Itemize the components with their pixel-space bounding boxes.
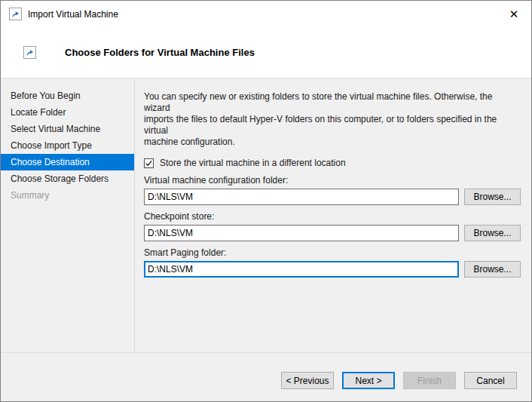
sidebar-item-summary: Summary bbox=[1, 187, 134, 204]
smart-paging-folder-browse-button[interactable]: Browse... bbox=[464, 261, 521, 278]
import-arrow-icon bbox=[23, 46, 36, 59]
description-line: machine configuration. bbox=[144, 137, 521, 148]
smart-paging-folder-group: Smart Paging folder: Browse... bbox=[144, 247, 521, 278]
import-vm-wizard-window: Import Virtual Machine ✕ Choose Folders … bbox=[0, 0, 532, 402]
configuration-folder-group: Virtual machine configuration folder: Br… bbox=[144, 175, 521, 205]
sidebar-item-choose-import-type: Choose Import Type bbox=[1, 137, 134, 154]
configuration-folder-label: Virtual machine configuration folder: bbox=[144, 175, 521, 186]
sidebar-item-before-you-begin: Before You Begin bbox=[1, 87, 134, 104]
wizard-body: Before You Begin Locate Folder Select Vi… bbox=[1, 78, 531, 352]
sidebar-item-locate-folder: Locate Folder bbox=[1, 104, 134, 121]
page-title: Choose Folders for Virtual Machine Files bbox=[65, 47, 255, 58]
import-arrow-icon bbox=[9, 8, 22, 20]
checkmark-icon bbox=[145, 159, 153, 167]
close-icon: ✕ bbox=[509, 8, 519, 21]
next-button[interactable]: Next > bbox=[342, 372, 395, 389]
configuration-folder-browse-button[interactable]: Browse... bbox=[464, 189, 521, 205]
checkpoint-store-input[interactable] bbox=[144, 225, 459, 241]
store-different-location-checkbox[interactable] bbox=[144, 158, 154, 168]
description-line: imports the files to default Hyper-V fol… bbox=[144, 114, 521, 137]
store-different-location-row: Store the virtual machine in a different… bbox=[144, 158, 521, 168]
wizard-footer: < Previous Next > Finish Cancel bbox=[1, 352, 531, 401]
configuration-folder-input[interactable] bbox=[144, 189, 459, 205]
smart-paging-folder-input[interactable] bbox=[144, 261, 459, 278]
checkbox-label[interactable]: Store the virtual machine in a different… bbox=[160, 158, 346, 168]
checkpoint-store-browse-button[interactable]: Browse... bbox=[464, 225, 521, 241]
description-line: You can specify new or existing folders … bbox=[144, 91, 521, 114]
close-button[interactable]: ✕ bbox=[497, 1, 531, 27]
sidebar-item-select-virtual-machine: Select Virtual Machine bbox=[1, 121, 134, 137]
checkpoint-store-label: Checkpoint store: bbox=[144, 211, 521, 222]
sidebar-item-choose-storage-folders: Choose Storage Folders bbox=[1, 170, 134, 187]
sidebar-item-choose-destination: Choose Destination bbox=[1, 154, 134, 170]
window-title: Import Virtual Machine bbox=[28, 9, 118, 20]
finish-button: Finish bbox=[403, 372, 456, 389]
cancel-button[interactable]: Cancel bbox=[464, 372, 517, 389]
page-content: You can specify new or existing folders … bbox=[135, 78, 532, 352]
wizard-steps-sidebar: Before You Begin Locate Folder Select Vi… bbox=[1, 78, 135, 352]
wizard-header: Choose Folders for Virtual Machine Files bbox=[1, 27, 531, 78]
page-description: You can specify new or existing folders … bbox=[144, 91, 521, 148]
previous-button[interactable]: < Previous bbox=[281, 372, 334, 389]
title-bar: Import Virtual Machine ✕ bbox=[1, 1, 531, 27]
checkpoint-store-group: Checkpoint store: Browse... bbox=[144, 211, 521, 241]
smart-paging-folder-label: Smart Paging folder: bbox=[144, 247, 521, 258]
